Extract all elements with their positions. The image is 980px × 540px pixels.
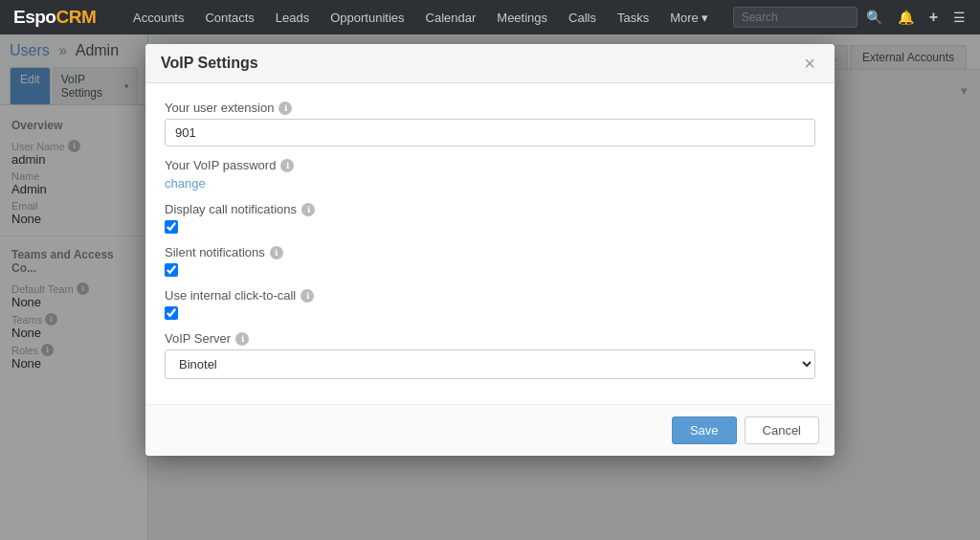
modal-header: VoIP Settings × bbox=[145, 44, 835, 83]
click-to-call-checkbox[interactable] bbox=[165, 306, 178, 320]
top-navigation: EspoCRM Accounts Contacts Leads Opportun… bbox=[0, 0, 980, 34]
nav-calls[interactable]: Calls bbox=[558, 0, 607, 34]
menu-icon-button[interactable]: ☰ bbox=[947, 7, 972, 28]
click-to-call-label: Use internal click-to-call ℹ bbox=[165, 288, 815, 303]
extension-form-group: Your user extension ℹ bbox=[165, 101, 815, 146]
silent-notifications-label: Silent notifications ℹ bbox=[165, 245, 815, 259]
cancel-button[interactable]: Cancel bbox=[745, 416, 819, 444]
click-to-call-checkbox-wrapper bbox=[165, 306, 815, 320]
silent-notifications-checkbox-wrapper bbox=[165, 263, 815, 277]
extension-info-icon[interactable]: ℹ bbox=[278, 101, 292, 115]
silent-notifications-info-icon[interactable]: ℹ bbox=[270, 246, 283, 259]
display-notifications-checkbox[interactable] bbox=[165, 220, 178, 234]
voip-password-form-group: Your VoIP password ℹ change bbox=[165, 158, 815, 191]
modal-body: Your user extension ℹ Your VoIP password… bbox=[145, 83, 835, 404]
nav-tasks[interactable]: Tasks bbox=[607, 0, 659, 34]
display-notifications-info-icon[interactable]: ℹ bbox=[301, 203, 315, 216]
nav-leads[interactable]: Leads bbox=[265, 0, 320, 34]
logo-area: EspoCRM bbox=[0, 7, 122, 28]
display-notifications-form-group: Display call notifications ℹ bbox=[165, 202, 815, 234]
nav-items: Accounts Contacts Leads Opportunities Ca… bbox=[122, 0, 733, 34]
voip-password-label: Your VoIP password ℹ bbox=[165, 158, 815, 172]
voip-server-info-icon[interactable]: ℹ bbox=[235, 332, 249, 346]
nav-calendar[interactable]: Calendar bbox=[415, 0, 487, 34]
search-input[interactable] bbox=[733, 7, 858, 28]
display-notifications-label: Display call notifications ℹ bbox=[165, 202, 815, 216]
save-button[interactable]: Save bbox=[672, 416, 737, 444]
password-info-icon[interactable]: ℹ bbox=[280, 159, 294, 172]
logo-crm: CRM bbox=[56, 7, 96, 27]
nav-meetings[interactable]: Meetings bbox=[486, 0, 558, 34]
extension-label: Your user extension ℹ bbox=[165, 101, 815, 115]
modal-close-button[interactable]: × bbox=[800, 54, 819, 73]
silent-notifications-checkbox[interactable] bbox=[165, 263, 178, 277]
voip-settings-modal: VoIP Settings × Your user extension ℹ Yo… bbox=[145, 44, 835, 456]
display-notifications-checkbox-wrapper bbox=[165, 220, 815, 234]
logo: EspoCRM bbox=[13, 7, 96, 28]
add-icon-button[interactable]: + bbox=[923, 6, 945, 29]
nav-more[interactable]: More ▾ bbox=[659, 0, 719, 34]
nav-contacts[interactable]: Contacts bbox=[194, 0, 264, 34]
nav-accounts[interactable]: Accounts bbox=[122, 0, 194, 34]
change-password-link[interactable]: change bbox=[165, 176, 206, 191]
click-to-call-info-icon[interactable]: ℹ bbox=[301, 289, 314, 303]
nav-opportunities[interactable]: Opportunities bbox=[320, 0, 414, 34]
voip-server-form-group: VoIP Server ℹ Binotel Asterisk Other bbox=[165, 331, 815, 379]
page-wrapper: Users » Admin Edit VoIP Settings ▾ Overv… bbox=[0, 34, 980, 540]
logo-espo: Espo bbox=[13, 7, 56, 27]
silent-notifications-form-group: Silent notifications ℹ bbox=[165, 245, 815, 277]
click-to-call-form-group: Use internal click-to-call ℹ bbox=[165, 288, 815, 320]
modal-footer: Save Cancel bbox=[145, 404, 835, 456]
bell-icon-button[interactable]: 🔔 bbox=[891, 7, 921, 28]
search-icon-button[interactable]: 🔍 bbox=[859, 7, 889, 28]
modal-overlay: VoIP Settings × Your user extension ℹ Yo… bbox=[0, 34, 980, 540]
voip-server-label: VoIP Server ℹ bbox=[165, 331, 815, 346]
voip-server-select[interactable]: Binotel Asterisk Other bbox=[165, 349, 815, 379]
nav-right-area: 🔍 🔔 + ☰ bbox=[733, 6, 980, 29]
modal-title: VoIP Settings bbox=[161, 55, 258, 72]
extension-input[interactable] bbox=[165, 119, 815, 146]
